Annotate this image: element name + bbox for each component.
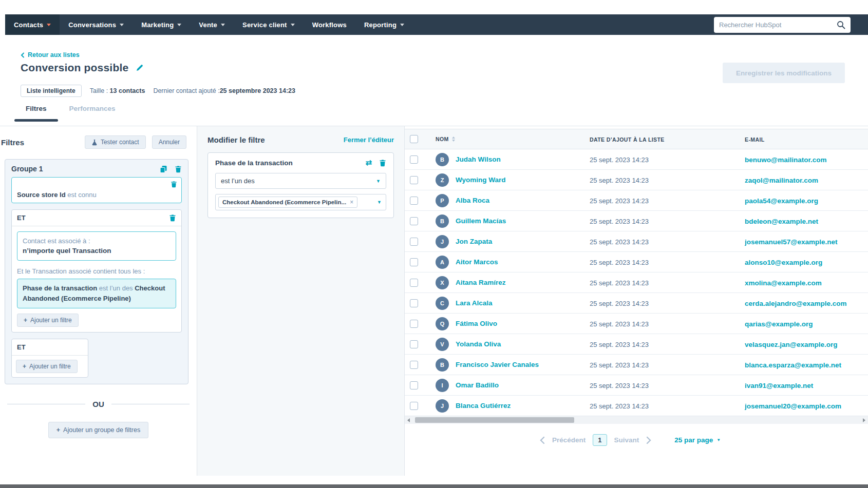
contact-email-link[interactable]: xmolina@example.com xyxy=(745,279,822,287)
row-checkbox[interactable] xyxy=(410,299,418,307)
remove-tag-icon[interactable]: × xyxy=(350,199,353,206)
sort-icon[interactable] xyxy=(452,136,455,142)
tab-filters[interactable]: Filtres xyxy=(14,105,58,122)
row-checkbox[interactable] xyxy=(410,381,418,389)
tab-performances[interactable]: Performances xyxy=(58,105,127,122)
row-checkbox[interactable] xyxy=(410,279,418,287)
row-checkbox[interactable] xyxy=(410,258,418,266)
delete-filter-trash-icon[interactable] xyxy=(171,181,177,188)
table-row: B Guillem Macías 25 sept. 2023 14:23 bde… xyxy=(405,211,868,231)
add-filter-button[interactable]: + Ajouter un filtre xyxy=(17,314,79,327)
nav-item-conversations[interactable]: Conversations xyxy=(60,14,133,35)
row-checkbox[interactable] xyxy=(410,217,418,225)
contact-email-link[interactable]: blanca.esparza@example.net xyxy=(745,361,841,369)
contact-email-link[interactable]: ivan91@example.net xyxy=(745,382,813,389)
nav-item-marketing[interactable]: Marketing xyxy=(133,14,190,35)
add-filter-button[interactable]: + Ajouter un filtre xyxy=(16,360,78,373)
row-checkbox[interactable] xyxy=(410,402,418,410)
next-page-chevron-icon[interactable] xyxy=(646,436,652,444)
previous-page-label[interactable]: Précédent xyxy=(552,436,586,444)
contact-email-link[interactable]: josemanuel57@example.net xyxy=(745,238,838,246)
filter-property: Phase de la transaction xyxy=(23,284,97,292)
row-checkbox[interactable] xyxy=(410,176,418,184)
pagination: Précédent 1 Suivant 25 par page ▼ xyxy=(539,434,868,446)
nav-item-contacts[interactable]: Contacts xyxy=(5,14,60,35)
close-editor-link[interactable]: Fermer l’éditeur xyxy=(344,136,394,144)
contact-email-link[interactable]: zaqol@mailinator.com xyxy=(745,177,818,184)
back-to-lists-link[interactable]: Retour aux listes xyxy=(21,51,80,58)
filter-deal-stage-selected[interactable]: Phase de la transaction est l’un des Che… xyxy=(17,279,176,308)
filter-operator: est connu xyxy=(66,191,97,199)
select-all-checkbox[interactable] xyxy=(410,135,418,143)
contact-email-link[interactable]: cerda.alejandro@example.com xyxy=(745,300,847,307)
nav-item-reporting[interactable]: Reporting xyxy=(355,14,413,35)
contact-name-link[interactable]: Judah Wilson xyxy=(456,155,501,163)
avatar: B xyxy=(436,153,449,166)
delete-subgroup-trash-icon[interactable] xyxy=(169,214,176,222)
filter-source-store-id[interactable]: Source store Id est connu xyxy=(11,177,182,203)
horizontal-scrollbar[interactable] xyxy=(405,416,868,424)
contact-name-link[interactable]: Lara Alcala xyxy=(456,299,493,307)
scroll-right-icon[interactable] xyxy=(863,418,865,422)
scrollbar-thumb[interactable] xyxy=(415,417,574,423)
column-header-name[interactable]: NOM xyxy=(436,136,449,142)
date-added-value: 25 sept. 2023 14:23 xyxy=(590,259,649,266)
contact-name-link[interactable]: Wyoming Ward xyxy=(456,176,506,184)
delete-filter-trash-icon[interactable] xyxy=(379,159,386,167)
chevron-down-icon xyxy=(221,24,225,26)
date-added-value: 25 sept. 2023 14:23 xyxy=(590,238,649,246)
chevron-down-icon xyxy=(47,24,51,26)
cancel-button[interactable]: Annuler xyxy=(152,135,186,149)
contact-email-link[interactable]: alonso10@example.org xyxy=(745,259,822,266)
contact-email-link[interactable]: benuwo@mailinator.com xyxy=(745,156,826,164)
per-page-select[interactable]: 25 par page ▼ xyxy=(674,436,721,444)
nav-item-label: Contacts xyxy=(14,21,43,29)
contact-name-link[interactable]: Yolanda Oliva xyxy=(456,340,501,348)
contact-email-link[interactable]: bdeleon@example.net xyxy=(745,218,818,225)
test-contact-button[interactable]: Tester contact xyxy=(85,135,146,149)
date-added-value: 25 sept. 2023 14:23 xyxy=(590,382,649,389)
swap-property-icon[interactable]: ⇄ xyxy=(365,163,372,163)
contact-name-link[interactable]: Aitana Ramírez xyxy=(456,279,506,286)
contact-email-link[interactable]: qarias@example.org xyxy=(745,320,813,328)
row-checkbox[interactable] xyxy=(410,361,418,369)
contact-name-link[interactable]: Omar Badillo xyxy=(456,381,499,389)
row-checkbox[interactable] xyxy=(410,238,418,246)
search-input[interactable] xyxy=(719,21,837,29)
row-checkbox[interactable] xyxy=(410,155,418,164)
edit-title-pencil-icon[interactable] xyxy=(136,64,144,72)
nav-item-service-client[interactable]: Service client xyxy=(234,14,304,35)
duplicate-group-icon[interactable] xyxy=(160,165,167,173)
scroll-left-icon[interactable] xyxy=(407,418,410,422)
row-checkbox[interactable] xyxy=(410,320,418,328)
contact-name-link[interactable]: Aitor Marcos xyxy=(456,258,498,266)
operator-select[interactable]: est l’un des ▼ xyxy=(215,173,386,189)
add-filter-label: Ajouter un filtre xyxy=(29,363,71,370)
row-checkbox[interactable] xyxy=(410,340,418,348)
contact-name-link[interactable]: Fátima Olivo xyxy=(456,320,497,327)
column-header-email[interactable]: E-MAIL xyxy=(745,136,765,143)
filter-association[interactable]: Contact est associé à : n’importe quel T… xyxy=(17,231,176,261)
save-changes-button[interactable]: Enregistrer les modifications xyxy=(723,63,845,83)
table-row: C Lara Alcala 25 sept. 2023 14:23 cerda.… xyxy=(405,293,868,314)
row-checkbox[interactable] xyxy=(410,197,418,205)
value-multiselect[interactable]: Checkout Abandoned (Ecommerce Pipelin...… xyxy=(215,194,386,210)
contact-email-link[interactable]: josemanuel20@example.com xyxy=(745,402,841,410)
current-page-number[interactable]: 1 xyxy=(593,434,607,446)
delete-group-trash-icon[interactable] xyxy=(175,165,182,173)
contact-name-link[interactable]: Alba Roca xyxy=(456,197,489,204)
previous-page-chevron-icon[interactable] xyxy=(539,436,545,444)
contact-email-link[interactable]: velasquez.jan@example.org xyxy=(745,341,837,348)
nav-item-workflows[interactable]: Workflows xyxy=(304,14,355,35)
avatar: C xyxy=(436,297,449,310)
contact-name-link[interactable]: Jon Zapata xyxy=(456,238,492,245)
add-filter-group-button[interactable]: + Ajouter un groupe de filtres xyxy=(48,422,148,438)
next-page-label[interactable]: Suivant xyxy=(614,436,639,444)
contact-name-link[interactable]: Blanca Gutiérrez xyxy=(456,402,511,409)
contact-name-link[interactable]: Francisco Javier Canales xyxy=(456,361,539,368)
search-icon[interactable] xyxy=(837,21,845,29)
contact-email-link[interactable]: paola54@example.org xyxy=(745,197,818,205)
contact-name-link[interactable]: Guillem Macías xyxy=(456,217,506,225)
nav-item-vente[interactable]: Vente xyxy=(190,14,234,35)
column-header-date-added[interactable]: DATE D’AJOUT À LA LISTE xyxy=(590,136,665,143)
